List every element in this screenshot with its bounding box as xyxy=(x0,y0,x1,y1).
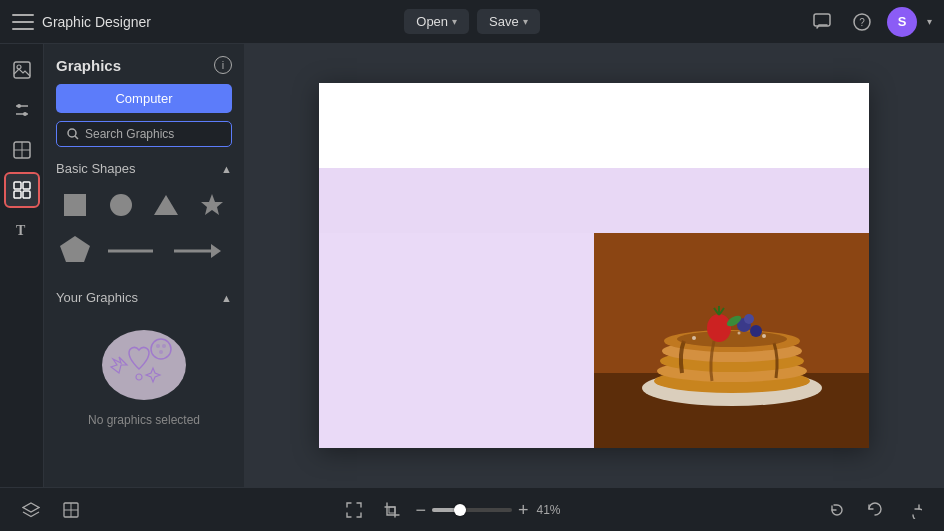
svg-point-6 xyxy=(17,104,21,108)
canvas-bottom-left xyxy=(319,233,594,448)
icon-sidebar: T xyxy=(0,44,44,487)
svg-text:T: T xyxy=(16,223,26,238)
zoom-in-button[interactable]: + xyxy=(518,501,529,519)
bottombar: − + 41% xyxy=(0,487,944,531)
help-icon: ? xyxy=(853,13,871,31)
main: T Graphics i Computer Basic Shapes ▲ xyxy=(0,44,944,487)
canvas-area[interactable] xyxy=(244,44,944,487)
app-title: Graphic Designer xyxy=(42,14,151,30)
shapes-grid xyxy=(56,186,232,224)
redo-icon xyxy=(904,501,922,519)
graphics-panel: Graphics i Computer Basic Shapes ▲ xyxy=(44,44,244,487)
layers-button[interactable] xyxy=(16,495,46,525)
fit-screen-button[interactable] xyxy=(339,495,369,525)
canvas-middle-purple xyxy=(319,168,869,233)
pancake-svg xyxy=(594,233,869,448)
search-icon xyxy=(67,128,79,140)
crop-icon xyxy=(383,501,401,519)
svg-point-49 xyxy=(738,332,741,335)
sidebar-icon-text[interactable]: T xyxy=(4,212,40,248)
undo-button[interactable] xyxy=(860,495,890,525)
panel-title: Graphics xyxy=(56,57,121,74)
shapes-row2 xyxy=(56,232,232,270)
shape-line[interactable] xyxy=(100,232,160,270)
reset-icon xyxy=(828,501,846,519)
avatar-caret-icon[interactable]: ▾ xyxy=(927,16,932,27)
svg-marker-23 xyxy=(60,236,90,262)
sidebar-icon-adjust[interactable] xyxy=(4,92,40,128)
open-caret-icon: ▾ xyxy=(452,16,457,27)
grid-button[interactable] xyxy=(56,495,86,525)
svg-rect-0 xyxy=(814,14,830,26)
fit-screen-icon xyxy=(345,501,363,519)
redo-button[interactable] xyxy=(898,495,928,525)
svg-marker-26 xyxy=(211,244,221,258)
svg-rect-19 xyxy=(64,194,86,216)
zoom-out-button[interactable]: − xyxy=(415,501,426,519)
topbar-left: Graphic Designer xyxy=(12,14,396,30)
svg-marker-21 xyxy=(154,195,178,215)
svg-point-30 xyxy=(162,344,166,348)
sidebar-icon-image[interactable] xyxy=(4,52,40,88)
crop-button[interactable] xyxy=(377,495,407,525)
help-button[interactable]: ? xyxy=(847,7,877,37)
canvas-top-white xyxy=(319,83,869,168)
search-input[interactable] xyxy=(85,127,221,141)
svg-rect-12 xyxy=(14,182,21,189)
svg-point-42 xyxy=(707,314,731,342)
your-graphics-chevron-icon[interactable]: ▲ xyxy=(221,292,232,304)
chat-icon xyxy=(813,13,831,31)
computer-button[interactable]: Computer xyxy=(56,84,232,113)
topbar: Graphic Designer Open ▾ Save ▾ ? S ▾ xyxy=(0,0,944,44)
no-graphics-illustration xyxy=(89,315,199,405)
svg-point-20 xyxy=(110,194,132,216)
sidebar-icon-table[interactable] xyxy=(4,132,40,168)
shape-triangle[interactable] xyxy=(147,186,185,224)
shape-star[interactable] xyxy=(193,186,231,224)
shape-arrow[interactable] xyxy=(166,232,226,270)
zoom-controls: − + xyxy=(415,501,528,519)
zoom-handle[interactable] xyxy=(454,504,466,516)
reset-button[interactable] xyxy=(822,495,852,525)
bottombar-left xyxy=(16,495,86,525)
chat-button[interactable] xyxy=(807,7,837,37)
pancake-image xyxy=(594,233,869,448)
layers-icon xyxy=(22,501,40,519)
basic-shapes-header: Basic Shapes ▲ xyxy=(56,161,232,176)
shape-pentagon[interactable] xyxy=(56,232,94,270)
grid-icon xyxy=(62,501,80,519)
svg-text:?: ? xyxy=(859,17,865,28)
svg-point-45 xyxy=(744,314,754,324)
svg-point-44 xyxy=(750,325,762,337)
zoom-label: 41% xyxy=(537,503,569,517)
svg-point-48 xyxy=(762,334,766,338)
no-graphics-label: No graphics selected xyxy=(88,413,200,427)
no-graphics-area: No graphics selected xyxy=(56,315,232,427)
svg-point-29 xyxy=(156,344,160,348)
canvas[interactable] xyxy=(319,83,869,448)
basic-shapes-chevron-icon[interactable]: ▲ xyxy=(221,163,232,175)
your-graphics-section: Your Graphics ▲ xyxy=(56,290,232,427)
svg-rect-13 xyxy=(23,182,30,189)
menu-icon[interactable] xyxy=(12,14,34,30)
save-button[interactable]: Save ▾ xyxy=(477,9,540,34)
svg-point-17 xyxy=(68,129,76,137)
svg-point-47 xyxy=(692,336,696,340)
sidebar-icon-graphics[interactable] xyxy=(4,172,40,208)
bottombar-right xyxy=(822,495,928,525)
your-graphics-header: Your Graphics ▲ xyxy=(56,290,232,305)
your-graphics-label: Your Graphics xyxy=(56,290,138,305)
shape-square[interactable] xyxy=(56,186,94,224)
canvas-bottom-right xyxy=(594,233,869,448)
svg-line-18 xyxy=(75,136,78,139)
basic-shapes-label: Basic Shapes xyxy=(56,161,136,176)
svg-point-31 xyxy=(159,350,163,354)
svg-rect-3 xyxy=(14,62,30,78)
info-icon[interactable]: i xyxy=(214,56,232,74)
open-button[interactable]: Open ▾ xyxy=(404,9,469,34)
undo-icon xyxy=(866,501,884,519)
svg-point-8 xyxy=(23,112,27,116)
shape-circle[interactable] xyxy=(102,186,140,224)
avatar[interactable]: S xyxy=(887,7,917,37)
zoom-slider[interactable] xyxy=(432,508,512,512)
